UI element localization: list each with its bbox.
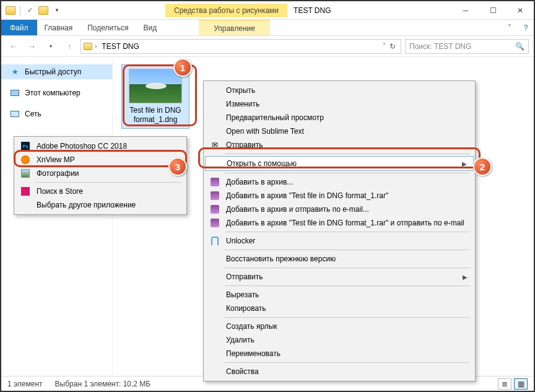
- winrar-icon: [210, 204, 220, 214]
- chevron-right-icon[interactable]: ›: [95, 43, 97, 50]
- sidebar-this-pc[interactable]: Этот компьютер: [1, 85, 112, 100]
- send-icon: ✉: [210, 140, 220, 150]
- separator: [225, 232, 470, 232]
- sidebar-label: Быстрый доступ: [25, 68, 81, 76]
- back-button[interactable]: ←: [6, 39, 21, 54]
- submenu-arrow-icon: ▶: [462, 160, 467, 167]
- search-icon[interactable]: 🔍: [515, 42, 524, 51]
- history-dropdown[interactable]: ▾: [43, 39, 58, 54]
- quick-access-toolbar: ▼: [1, 5, 66, 16]
- details-view-button[interactable]: ≣: [498, 378, 511, 390]
- file-item[interactable]: Test file in DNG format_1.dng: [121, 64, 189, 129]
- cm-rename[interactable]: Переименовать: [205, 347, 474, 360]
- status-count: 1 элемент: [7, 380, 43, 388]
- cm-delete[interactable]: Удалить: [205, 333, 474, 347]
- cm-add-rar[interactable]: Добавить в архив "Test file in DNG forma…: [205, 189, 474, 203]
- star-icon: ★: [10, 67, 20, 77]
- cm-add-archive[interactable]: Добавить в архив...: [205, 175, 474, 189]
- separator: [225, 154, 470, 154]
- breadcrumb[interactable]: › TEST DNG ˅ ↻: [80, 39, 401, 54]
- ribbon-expand-icon[interactable]: ˅: [502, 20, 518, 35]
- sidebar-label: Сеть: [25, 110, 41, 118]
- file-tab[interactable]: Файл: [1, 20, 37, 35]
- search-input[interactable]: Поиск: TEST DNG 🔍: [405, 39, 529, 54]
- separator: [225, 362, 470, 363]
- home-tab[interactable]: Главная: [37, 20, 80, 35]
- separator: [35, 182, 181, 183]
- chevron-down-icon[interactable]: ˅: [383, 42, 386, 51]
- submenu-arrow-icon: ▶: [463, 274, 468, 281]
- manage-tab[interactable]: Управление: [199, 20, 270, 35]
- separator: [225, 317, 470, 318]
- properties-icon[interactable]: [24, 5, 35, 16]
- maximize-button[interactable]: ☐: [479, 2, 507, 19]
- unlocker-icon: [210, 236, 220, 246]
- pc-icon: [10, 88, 20, 98]
- separator: [225, 285, 470, 286]
- winrar-icon: [210, 218, 220, 228]
- winrar-icon: [210, 191, 220, 201]
- cm-preview[interactable]: Предварительный просмотр: [205, 111, 474, 124]
- qat-dropdown-icon[interactable]: ▼: [51, 5, 63, 16]
- winrar-icon: [210, 177, 220, 187]
- breadcrumb-folder[interactable]: TEST DNG: [99, 42, 141, 51]
- new-folder-icon[interactable]: [38, 5, 49, 16]
- ribbon-tabs: Файл Главная Поделиться Вид Управление ˅…: [1, 20, 534, 36]
- sm-xnview[interactable]: XnView MP: [15, 153, 185, 167]
- sidebar: ★ Быстрый доступ Этот компьютер Сеть: [1, 58, 113, 376]
- sm-photos[interactable]: Фотографии: [15, 167, 185, 180]
- minimize-button[interactable]: ─: [452, 2, 479, 19]
- window-title: TEST DNG: [294, 6, 331, 15]
- context-menu: Открыть Изменить Предварительный просмот…: [203, 81, 476, 381]
- cm-shortcut[interactable]: Создать ярлык: [205, 320, 474, 333]
- forward-button[interactable]: →: [25, 39, 40, 54]
- status-selected: Выбран 1 элемент: 10,2 МБ: [55, 380, 151, 388]
- cm-sublime[interactable]: Open with Sublime Text: [205, 124, 474, 138]
- sm-other-app[interactable]: Выбрать другое приложение: [15, 198, 185, 212]
- sidebar-label: Этот компьютер: [25, 89, 80, 97]
- up-button[interactable]: ↑: [62, 39, 77, 54]
- separator: [225, 268, 470, 268]
- sidebar-quick-access[interactable]: ★ Быстрый доступ: [1, 64, 112, 79]
- cm-properties[interactable]: Свойства: [205, 365, 474, 378]
- file-thumbnail: [129, 69, 182, 103]
- cm-open[interactable]: Открыть: [205, 84, 474, 97]
- xnview-icon: [20, 155, 30, 165]
- share-tab[interactable]: Поделиться: [80, 20, 136, 35]
- cm-unlocker[interactable]: Unlocker: [205, 234, 474, 248]
- cm-edit[interactable]: Изменить: [205, 97, 474, 111]
- cm-cut[interactable]: Вырезать: [205, 288, 474, 302]
- separator: [225, 173, 470, 173]
- sidebar-network[interactable]: Сеть: [1, 107, 112, 121]
- sm-store[interactable]: Поиск в Store: [15, 185, 185, 198]
- cm-restore[interactable]: Восстановить прежнюю версию: [205, 252, 474, 266]
- help-icon[interactable]: ?: [518, 20, 534, 35]
- window-controls: ─ ☐ ✕: [452, 2, 534, 19]
- folder-icon: [5, 5, 16, 16]
- divider: [20, 6, 20, 15]
- folder-icon: [84, 43, 92, 50]
- close-button[interactable]: ✕: [507, 2, 534, 19]
- store-icon: [20, 186, 30, 196]
- file-name: Test file in DNG format_1.dng: [126, 106, 185, 124]
- title-bar: ▼ Средства работы с рисунками TEST DNG ─…: [1, 1, 534, 20]
- cm-send-cut[interactable]: ✉ Отправить: [205, 138, 474, 152]
- icons-view-button[interactable]: ▦: [514, 378, 528, 390]
- navigation-bar: ← → ▾ ↑ › TEST DNG ˅ ↻ Поиск: TEST DNG 🔍: [1, 36, 534, 57]
- network-icon: [10, 109, 20, 119]
- cm-send-to[interactable]: Отправить▶: [205, 270, 474, 284]
- picture-tools-tab[interactable]: Средства работы с рисунками: [165, 4, 287, 17]
- cm-copy[interactable]: Копировать: [205, 302, 474, 315]
- open-with-submenu: PsAdobe Photoshop CC 2018 XnView MP Фото…: [14, 136, 187, 215]
- cm-add-email[interactable]: Добавить в архив и отправить по e-mail..…: [205, 203, 474, 216]
- refresh-icon[interactable]: ↻: [389, 42, 396, 51]
- photoshop-icon: Ps: [20, 141, 30, 151]
- cm-add-rar-email[interactable]: Добавить в архив "Test file in DNG forma…: [205, 216, 474, 230]
- view-tab[interactable]: Вид: [136, 20, 164, 35]
- photos-icon: [20, 168, 30, 178]
- separator: [225, 250, 470, 250]
- sm-photoshop[interactable]: PsAdobe Photoshop CC 2018: [15, 139, 185, 153]
- cm-open-with[interactable]: Открыть с помощью▶: [205, 156, 474, 171]
- search-placeholder: Поиск: TEST DNG: [409, 42, 471, 51]
